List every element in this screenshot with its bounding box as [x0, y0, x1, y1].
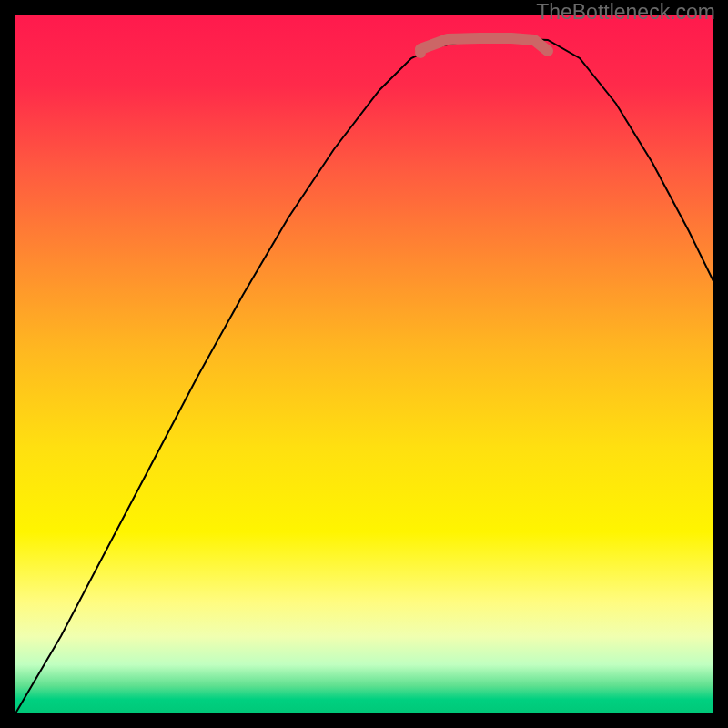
- highlight-segment: [420, 38, 548, 51]
- attribution-label: TheBottleneck.com: [536, 0, 715, 25]
- highlight-dot: [415, 47, 426, 58]
- bottleneck-curve: [15, 39, 713, 713]
- chart-svg: [15, 15, 713, 713]
- chart-container: TheBottleneck.com: [0, 0, 728, 728]
